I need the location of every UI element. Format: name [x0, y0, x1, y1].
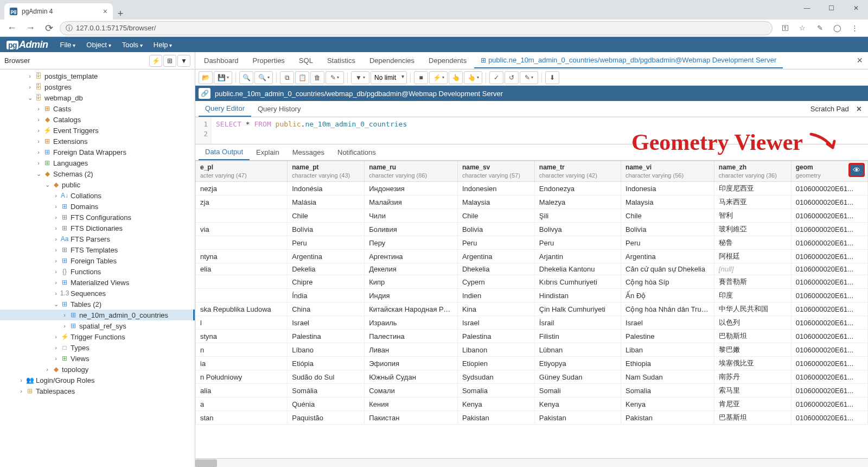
data-table[interactable]: e_placter varying (47)name_ptcharacter v…	[195, 161, 868, 425]
table-cell[interactable]: 賽普勒斯	[714, 275, 791, 289]
expand-icon[interactable]: ›	[52, 268, 60, 275]
table-cell[interactable]: Israel	[288, 316, 365, 330]
table-cell[interactable]: 0106000020E61...	[791, 330, 867, 343]
table-row[interactable]: lIsraelИзраильIsraelİsrailIsrael以色列01060…	[196, 316, 868, 330]
table-cell[interactable]: ia	[196, 357, 288, 370]
tree-node[interactable]: ›⊞spatial_ref_sys	[0, 320, 195, 331]
expand-icon[interactable]: ›	[35, 160, 42, 166]
expand-icon[interactable]: ›	[61, 312, 68, 318]
table-cell[interactable]: Китайская Народная Ре...	[365, 302, 458, 316]
table-cell[interactable]: 0106000020E61...	[791, 250, 867, 263]
table-cell[interactable]: Chile	[288, 209, 365, 223]
tab-explain[interactable]: Explain	[250, 145, 286, 160]
reload-button[interactable]: ⟳	[41, 21, 56, 36]
table-cell[interactable]: 阿根廷	[714, 250, 791, 263]
table-cell[interactable]: Bolivya	[534, 223, 621, 236]
tab-statistics[interactable]: Statistics	[321, 53, 362, 68]
object-tree[interactable]: ›🗄postgis_template›🗄postgres⌄🗄webmap_db›…	[0, 70, 195, 467]
table-cell[interactable]: Chipre	[288, 275, 365, 289]
expand-icon[interactable]: ›	[35, 149, 42, 155]
menu-help[interactable]: Help	[149, 39, 177, 51]
table-cell[interactable]: Liban	[621, 343, 714, 357]
expand-icon[interactable]: ›	[52, 192, 60, 199]
execute-icon[interactable]: ⚡	[429, 71, 448, 84]
table-cell[interactable]: Peru	[621, 236, 714, 250]
table-row[interactable]: ntynaArgentinaАргентинаArgentinaArjantin…	[196, 250, 868, 263]
column-header[interactable]: name_zhcharacter varying (36)	[714, 161, 791, 182]
download-icon[interactable]: ⬇	[545, 71, 559, 84]
menu-icon[interactable]: ⋮	[848, 24, 860, 32]
table-cell[interactable]: Kenya	[534, 397, 621, 411]
expand-icon[interactable]: ›	[52, 225, 60, 231]
table-cell[interactable]: Şili	[534, 209, 621, 223]
query-tool-icon[interactable]: ⚡	[149, 55, 162, 67]
table-cell[interactable]: 巴基斯坦	[714, 411, 791, 425]
table-cell[interactable]: Cộng hòa Síp	[621, 275, 714, 289]
table-cell[interactable]: Ливан	[365, 343, 458, 357]
table-row[interactable]: ChileЧилиChileŞiliChile智利0106000020E61..…	[196, 209, 868, 223]
table-cell[interactable]: Índia	[288, 289, 365, 302]
expand-icon[interactable]: ›	[17, 377, 25, 383]
table-cell[interactable]: Indonésia	[288, 182, 365, 195]
table-cell[interactable]: Южный Судан	[365, 370, 458, 384]
table-cell[interactable]: Dekelia	[288, 263, 365, 275]
expand-icon[interactable]: ›	[52, 290, 60, 296]
table-cell[interactable]: 0106000020E61...	[791, 384, 867, 397]
url-field[interactable]: ⓘ 127.0.0.1:57175/browser/	[60, 21, 773, 35]
tab-messages[interactable]: Messages	[286, 145, 331, 160]
table-cell[interactable]: Sydsudan	[457, 370, 534, 384]
table-cell[interactable]: 0106000020E61...	[791, 302, 867, 316]
tree-node[interactable]: ›□Types	[0, 342, 195, 353]
expand-icon[interactable]: ›	[52, 344, 60, 351]
table-row[interactable]: eliaDekeliaДекелияDhekeliaDhekelia Kanto…	[196, 263, 868, 275]
stop-icon[interactable]: ■	[414, 71, 428, 84]
tree-node[interactable]: ›◆topology	[0, 364, 195, 375]
table-cell[interactable]: Nam Sudan	[621, 370, 714, 384]
expand-icon[interactable]: ›	[52, 279, 60, 286]
expand-icon[interactable]: ⌄	[26, 94, 34, 102]
connection-icon[interactable]: 🔗	[199, 88, 210, 99]
tree-node[interactable]: ›⊞FTS Configurations	[0, 212, 195, 223]
table-cell[interactable]	[196, 275, 288, 289]
tree-node[interactable]: ›⚡Trigger Functions	[0, 331, 195, 342]
table-cell[interactable]: Кипр	[365, 275, 458, 289]
sql-code[interactable]: SELECT * FROM public.ne_10m_admin_0_coun…	[212, 117, 411, 144]
table-cell[interactable]: ska Republika Ludowa	[196, 302, 288, 316]
table-cell[interactable]: Bolivia	[457, 223, 534, 236]
copy-icon[interactable]: ⧉	[280, 71, 294, 84]
delete-icon[interactable]: 🗑	[310, 71, 324, 84]
table-cell[interactable]: Malezya	[534, 195, 621, 209]
explain-icon[interactable]: 👆	[449, 71, 463, 84]
expand-icon[interactable]: ⌄	[43, 181, 51, 188]
tab-close-icon[interactable]: ×	[103, 7, 107, 16]
menu-tools[interactable]: Tools	[118, 39, 147, 51]
tree-node[interactable]: ›⊞Languages	[0, 157, 195, 168]
table-cell[interactable]: Ethiopia	[621, 357, 714, 370]
close-icon[interactable]: ✕	[844, 0, 868, 16]
eyedropper-icon[interactable]: ✎	[814, 24, 826, 32]
forward-button[interactable]: →	[23, 21, 38, 36]
table-cell[interactable]: Pakistan	[621, 411, 714, 425]
table-cell[interactable]: 0106000020E61...	[791, 343, 867, 357]
clear-icon[interactable]: ✎	[520, 71, 538, 84]
table-cell[interactable]: Güney Sudan	[534, 370, 621, 384]
table-cell[interactable]: 0106000020E61...	[791, 195, 867, 209]
table-cell[interactable]: Malásia	[288, 195, 365, 209]
table-cell[interactable]: 黎巴嫩	[714, 343, 791, 357]
table-cell[interactable]: Quénia	[288, 397, 365, 411]
paste-icon[interactable]: 📋	[295, 71, 309, 84]
table-cell[interactable]: Israel	[457, 316, 534, 330]
rollback-icon[interactable]: ↺	[505, 71, 519, 84]
table-cell[interactable]: 0106000020E61...	[791, 223, 867, 236]
column-header[interactable]: name_ptcharacter varying (43)	[288, 161, 365, 182]
table-cell[interactable]: 埃塞俄比亚	[714, 357, 791, 370]
table-cell[interactable]	[196, 209, 288, 223]
expand-icon[interactable]: ⌄	[35, 171, 42, 178]
table-cell[interactable]: ntyna	[196, 250, 288, 263]
table-cell[interactable]: n Południowy	[196, 370, 288, 384]
tab-data-output[interactable]: Data Output	[199, 144, 250, 160]
table-cell[interactable]: Somalia	[621, 384, 714, 397]
explain-options-icon[interactable]: 👆	[464, 71, 482, 84]
table-row[interactable]: viaBolíviaБоливияBoliviaBolivyaBolivia玻利…	[196, 223, 868, 236]
tab-dependents[interactable]: Dependents	[422, 53, 473, 68]
